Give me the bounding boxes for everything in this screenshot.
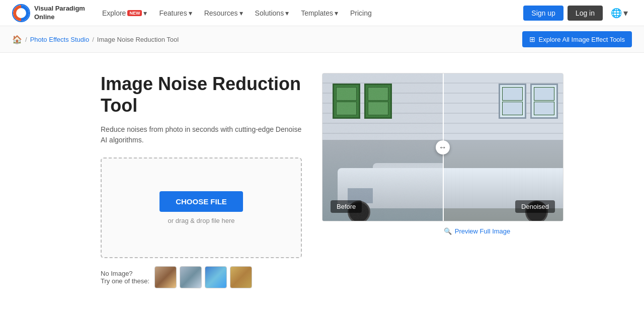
breadcrumb-bar: 🏠 / Photo Effects Studio / Image Noise R… <box>0 26 644 53</box>
no-image-text: No Image? <box>101 270 133 277</box>
window-group-left <box>333 84 392 119</box>
breadcrumb-separator: / <box>25 36 27 43</box>
nav-menu: Explore NEW ▾ Features ▾ Resources ▾ Sol… <box>97 6 377 20</box>
magnify-icon: 🔍 <box>444 227 452 235</box>
sample-images: No Image? Try one of these: <box>101 266 302 288</box>
window-pane <box>368 102 388 115</box>
preview-full-image-link[interactable]: 🔍 Preview Full Image <box>322 227 632 235</box>
templates-label: Templates <box>301 9 333 17</box>
explore-tools-label: Explore All Image Effect Tools <box>538 36 625 43</box>
window-pane <box>534 102 554 115</box>
sample-thumb-3[interactable] <box>205 266 227 288</box>
logo-text-block: Visual Paradigm Online <box>34 5 85 21</box>
page-description: Reduce noises from photo in seconds with… <box>101 124 302 145</box>
home-link[interactable]: 🏠 <box>12 35 22 44</box>
login-button[interactable]: Log in <box>568 6 603 21</box>
main-content: Image Noise Reduction Tool Reduce noises… <box>0 53 644 308</box>
window-pane <box>534 87 554 101</box>
nav-explore[interactable]: Explore NEW ▾ <box>97 6 152 20</box>
signup-button[interactable]: Sign up <box>523 6 563 21</box>
window-1 <box>333 84 360 119</box>
logo-title: Visual Paradigm <box>34 5 85 13</box>
left-panel: Image Noise Reduction Tool Reduce noises… <box>101 73 302 288</box>
resources-label: Resources <box>204 9 238 17</box>
comparison-container: ↔ Before Denoised <box>322 73 564 221</box>
solutions-label: Solutions <box>255 9 284 17</box>
navbar: Visual Paradigm Online Explore NEW ▾ Fea… <box>0 0 644 26</box>
chevron-down-icon: ▾ <box>335 9 338 17</box>
try-one-text: Try one of these: <box>101 277 149 285</box>
logo-globe-icon <box>13 5 29 21</box>
window-2 <box>364 84 392 119</box>
nav-left: Visual Paradigm Online Explore NEW ▾ Fea… <box>12 4 377 22</box>
comparison-handle[interactable]: ↔ <box>436 140 450 154</box>
chevron-down-icon: ▾ <box>143 9 147 17</box>
breadcrumb: 🏠 / Photo Effects Studio / Image Noise R… <box>12 35 179 44</box>
arrows-icon: ↔ <box>439 143 447 152</box>
window-pane <box>368 87 388 101</box>
denoised-window-2 <box>530 84 558 119</box>
upload-area[interactable]: CHOOSE FILE or drag & drop file here <box>101 157 302 258</box>
studio-link[interactable]: Photo Effects Studio <box>30 36 90 43</box>
features-label: Features <box>159 9 187 17</box>
chevron-down-icon: ▾ <box>239 9 243 17</box>
window-pane <box>336 87 357 101</box>
denoised-image <box>443 73 563 221</box>
globe-icon: 🌐 <box>611 8 622 19</box>
sample-images-label: No Image? Try one of these: <box>101 270 149 285</box>
nav-pricing[interactable]: Pricing <box>345 6 377 20</box>
pricing-label: Pricing <box>350 9 372 17</box>
preview-label: Preview Full Image <box>455 227 511 235</box>
home-icon: 🏠 <box>12 35 22 44</box>
logo[interactable]: Visual Paradigm Online <box>12 4 85 22</box>
chevron-down-icon: ▾ <box>623 8 628 19</box>
nav-right: Sign up Log in 🌐 ▾ <box>523 5 632 22</box>
denoised-windows <box>499 84 558 119</box>
nav-templates[interactable]: Templates ▾ <box>296 6 343 20</box>
logo-icon <box>12 4 30 22</box>
window-pane <box>336 102 357 115</box>
breadcrumb-separator-2: / <box>92 36 94 43</box>
logo-subtitle: Online <box>34 13 54 21</box>
chevron-down-icon: ▾ <box>285 9 289 17</box>
sample-thumbnails <box>154 266 252 288</box>
new-badge: NEW <box>127 10 142 16</box>
nav-solutions[interactable]: Solutions ▾ <box>250 6 294 20</box>
nav-features[interactable]: Features ▾ <box>154 6 197 20</box>
page-title: Image Noise Reduction Tool <box>101 73 302 116</box>
after-label: Denoised <box>515 200 555 213</box>
window-pane <box>502 87 523 101</box>
explore-tools-button[interactable]: ⊞ Explore All Image Effect Tools <box>522 31 632 47</box>
bottom-section: Our photo editing tools <box>0 308 644 316</box>
nav-resources[interactable]: Resources ▾ <box>199 6 248 20</box>
sample-thumb-1[interactable] <box>154 266 177 288</box>
sample-thumb-2[interactable] <box>180 266 202 288</box>
denoised-window-1 <box>499 84 526 119</box>
explore-label: Explore <box>102 9 126 17</box>
chevron-down-icon: ▾ <box>189 9 192 17</box>
before-label: Before <box>331 200 362 213</box>
choose-file-button[interactable]: CHOOSE FILE <box>159 191 243 212</box>
right-panel: ↔ Before Denoised 🔍 Preview Full Image <box>322 73 632 235</box>
language-button[interactable]: 🌐 ▾ <box>607 5 632 22</box>
window-pane <box>502 102 523 115</box>
current-page-label: Image Noise Reduction Tool <box>97 36 179 43</box>
drag-drop-text: or drag & drop file here <box>168 217 235 224</box>
grid-icon: ⊞ <box>529 35 535 43</box>
sample-thumb-4[interactable] <box>230 266 252 288</box>
